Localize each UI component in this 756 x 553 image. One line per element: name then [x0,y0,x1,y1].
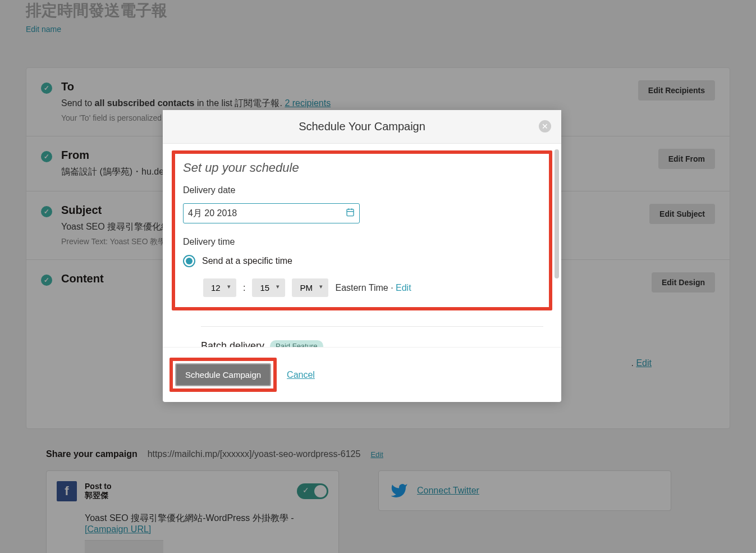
schedule-campaign-button[interactable]: Schedule Campaign [175,363,271,386]
svg-rect-0 [347,209,354,216]
timezone-edit-link[interactable]: Edit [396,283,411,293]
schedule-modal: Schedule Your Campaign ✕ Set up your sch… [163,110,561,402]
hour-select[interactable]: 12 [203,278,236,297]
date-input-wrap[interactable] [183,203,360,223]
delivery-date-label: Delivery date [183,185,541,195]
calendar-icon[interactable] [346,208,355,219]
cancel-link[interactable]: Cancel [287,370,315,380]
batch-section: Batch delivery Paid Feature Deliver your… [201,326,543,347]
batch-title: Batch delivery [201,340,264,347]
paid-feature-badge: Paid Feature [270,340,323,347]
delivery-time-label: Delivery time [183,237,541,247]
specific-time-label: Send at a specific time [202,256,292,266]
scrollbar[interactable] [555,149,559,340]
minute-select[interactable]: 15 [252,278,285,297]
modal-footer: Schedule Campaign Cancel [163,347,561,402]
schedule-highlight: Set up your schedule Delivery date Deliv… [172,150,552,310]
delivery-date-input[interactable] [188,208,346,218]
ampm-select[interactable]: PM [292,278,328,297]
close-icon[interactable]: ✕ [539,120,551,132]
modal-title: Schedule Your Campaign [173,120,551,133]
specific-time-radio[interactable] [183,255,195,267]
time-colon: : [243,283,245,293]
schedule-heading: Set up your schedule [183,161,541,175]
schedule-button-highlight: Schedule Campaign [169,358,277,392]
modal-header: Schedule Your Campaign ✕ [163,110,561,144]
timezone-text: Eastern Time · [335,283,396,293]
